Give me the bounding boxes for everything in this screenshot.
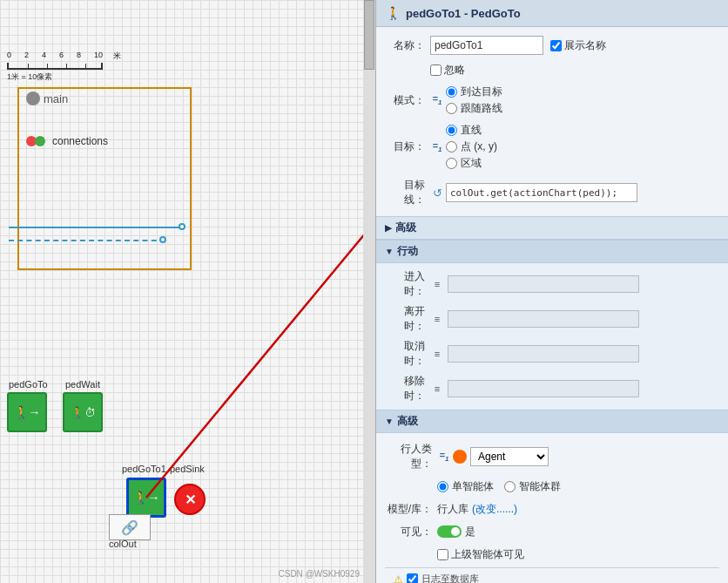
ruler-num-6: 6 xyxy=(59,51,77,62)
name-label: 名称： xyxy=(385,38,430,53)
upper-visible-checkbox[interactable] xyxy=(437,549,448,560)
mode-expr-icon[interactable]: =1 xyxy=(430,93,444,107)
enter-input[interactable] xyxy=(448,275,639,293)
mode-radio-reach[interactable] xyxy=(446,86,457,98)
separator xyxy=(385,567,719,568)
agent-type-row: 行人类型： =1 Agent xyxy=(385,438,719,475)
pedgoto-node[interactable]: 🚶→ xyxy=(7,392,47,432)
leave-label: 离开时： xyxy=(385,304,430,334)
target-line-row: 目标线： ↺ xyxy=(385,174,719,211)
log-checkbox[interactable] xyxy=(407,573,418,583)
ruler-num-2: 2 xyxy=(24,51,42,62)
target-radio-line[interactable] xyxy=(446,125,457,136)
mode-reach-label: 到达目标 xyxy=(461,85,502,99)
target-radio-group: 直线 点 (x, y) 区域 xyxy=(446,123,497,171)
pedwait-node[interactable]: 🚶⏱ xyxy=(63,392,103,432)
pedsink-node[interactable]: ✕ xyxy=(174,484,206,515)
leave-input[interactable] xyxy=(448,310,639,328)
main-box[interactable] xyxy=(17,87,192,270)
target-radio-point[interactable] xyxy=(446,141,457,153)
ignore-label: 忽略 xyxy=(444,63,465,78)
show-name-checkbox-group: 展示名称 xyxy=(550,38,606,53)
visible-value: 是 xyxy=(465,525,475,539)
diagram-panel[interactable]: 0 2 4 6 8 10 米 1米 = 10像素 xyxy=(0,0,376,583)
model-value: 行人库 xyxy=(437,502,468,517)
agent-expr-icon[interactable]: =1 xyxy=(437,450,451,464)
log-row: ⚠ 日志至数据库 xyxy=(385,570,719,583)
panel-header-icon: 🚶 xyxy=(385,5,401,21)
action-section: 进入时： ≡ 离开时： ≡ 取消时： ≡ 移除时： ≡ xyxy=(376,263,728,410)
cancel-icon: ≡ xyxy=(430,347,444,361)
ruler-scale-label: 1米 = 10像素 xyxy=(7,71,121,83)
connections-text: connections xyxy=(52,135,108,147)
ruler-num-0: 0 xyxy=(7,51,24,62)
cancel-input[interactable] xyxy=(448,345,639,363)
diagram-scrollbar[interactable] xyxy=(363,0,375,583)
target-area-label: 区域 xyxy=(461,156,482,171)
targetline-expr-icon[interactable]: ↺ xyxy=(430,186,444,200)
action-section-header[interactable]: ▼ 行动 xyxy=(376,240,728,263)
show-name-label: 展示名称 xyxy=(564,38,606,53)
main-icon xyxy=(26,92,40,105)
target-area-radio-item: 区域 xyxy=(446,156,497,171)
log-label: 日志至数据库 xyxy=(421,573,479,583)
ruler-num-8: 8 xyxy=(77,51,94,62)
advanced-expanded-header[interactable]: ▼ 高级 xyxy=(376,410,728,433)
conn-green-icon xyxy=(35,136,45,146)
advanced-section: 行人类型： =1 Agent 单智能体 xyxy=(376,433,728,583)
model-label: 模型/库： xyxy=(385,502,437,517)
agent-type-label: 行人类型： xyxy=(385,442,437,471)
upper-visible-row: 上级智能体可见 xyxy=(385,543,719,566)
ignore-checkbox[interactable] xyxy=(430,64,442,76)
target-line-label: 目标线： xyxy=(385,178,430,207)
agent-select[interactable]: Agent xyxy=(470,447,549,466)
enter-icon: ≡ xyxy=(430,277,444,291)
action-arrow: ▼ xyxy=(385,247,394,256)
remove-row: 移除时： ≡ xyxy=(385,371,719,406)
advanced-collapsed-header[interactable]: ▶ 高级 xyxy=(376,216,728,240)
main-node-label: main xyxy=(26,92,68,105)
colout-node[interactable]: 🔗 xyxy=(109,514,151,540)
single-group-row: 单智能体 智能体群 xyxy=(385,475,719,498)
pedsink-label: pedSink xyxy=(170,464,205,474)
colout-node-icon: 🔗 xyxy=(121,519,138,536)
pedgoto-label: pedGoTo xyxy=(9,379,48,390)
visible-row: 可见： 是 xyxy=(385,520,719,543)
advanced-collapsed-label: 高级 xyxy=(395,220,416,235)
target-line-input[interactable] xyxy=(446,183,637,202)
visible-label: 可见： xyxy=(385,525,437,539)
pedsink-icon: ✕ xyxy=(185,491,196,508)
target-radio-area[interactable] xyxy=(446,158,457,169)
upper-visible-checkbox-group: 上级智能体可见 xyxy=(437,547,524,562)
visible-toggle[interactable]: 是 xyxy=(437,525,475,539)
show-name-checkbox[interactable] xyxy=(550,40,562,51)
single-radio[interactable] xyxy=(437,481,448,492)
scrollbar-thumb[interactable] xyxy=(364,0,374,70)
mode-row: 模式： =1 到达目标 跟随路线 xyxy=(385,81,719,119)
model-row: 模型/库： 行人库 (改变......) xyxy=(385,498,719,520)
mode-radio-follow[interactable] xyxy=(446,103,457,114)
main-container: 0 2 4 6 8 10 米 1米 = 10像素 xyxy=(0,0,728,583)
remove-input[interactable] xyxy=(448,380,639,397)
target-point-radio-item: 点 (x, y) xyxy=(446,139,497,154)
panel-header-title: pedGoTo1 - PedGoTo xyxy=(406,7,521,20)
agent-orange-icon xyxy=(453,450,467,464)
advanced-expanded-label: 高级 xyxy=(397,414,418,429)
ruler: 0 2 4 6 8 10 米 1米 = 10像素 xyxy=(7,51,121,83)
watermark: CSDN @WSKH0929 xyxy=(278,569,360,579)
flow-dot-1 xyxy=(179,223,185,230)
ignore-checkbox-group: 忽略 xyxy=(430,63,465,78)
pedgoto1-node[interactable]: 🚶→ xyxy=(126,478,166,518)
name-input[interactable] xyxy=(430,36,543,55)
upper-visible-label: 上级智能体可见 xyxy=(451,547,524,562)
ruler-unit: 米 xyxy=(113,51,121,62)
panel-header: 🚶 pedGoTo1 - PedGoTo xyxy=(376,0,728,27)
target-label: 目标： xyxy=(385,139,430,154)
target-point-label: 点 (x, y) xyxy=(461,139,497,154)
enter-row: 进入时： ≡ xyxy=(385,267,719,302)
name-row: 名称： 展示名称 xyxy=(385,32,719,58)
model-change-link[interactable]: (改变......) xyxy=(472,502,517,517)
target-expr-icon[interactable]: =1 xyxy=(430,140,444,154)
group-radio[interactable] xyxy=(504,481,516,492)
right-panel: 🚶 pedGoTo1 - PedGoTo 名称： 展示名称 忽略 xyxy=(376,0,728,583)
